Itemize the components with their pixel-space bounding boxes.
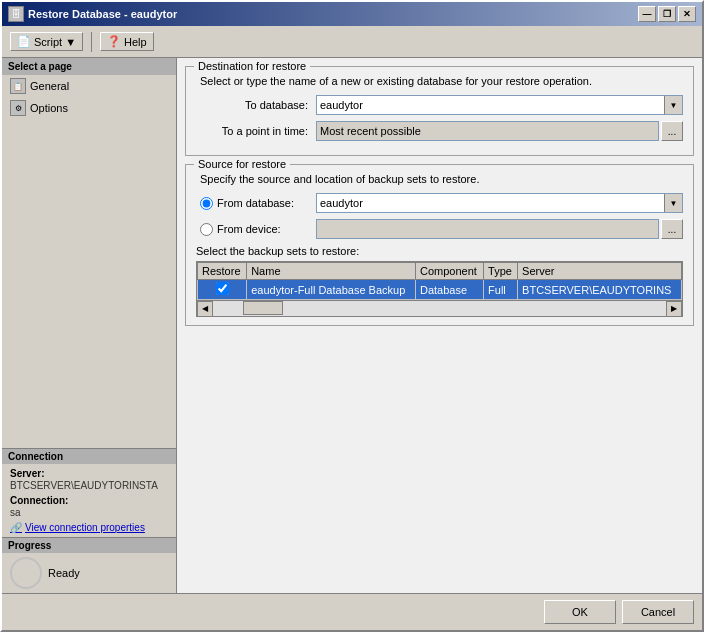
restore-checkbox-cell <box>198 280 247 300</box>
table-scroll[interactable]: Restore Name Component Type Server eaudy… <box>197 262 682 300</box>
scroll-right-btn[interactable]: ▶ <box>666 301 682 317</box>
to-point-dropdown[interactable]: Most recent possible <box>316 121 659 141</box>
server-value: BTCSERVER\EAUDYTORINSTA <box>10 480 168 491</box>
backup-sets-label: Select the backup sets to restore: <box>196 245 683 257</box>
bottom-bar: OK Cancel <box>2 593 702 630</box>
cancel-button[interactable]: Cancel <box>622 600 694 624</box>
col-name-cell: eaudytor-Full Database Backup <box>247 280 416 300</box>
connection-section: Connection Server: BTCSERVER\EAUDYTORINS… <box>2 448 176 537</box>
minimize-button[interactable]: — <box>638 6 656 22</box>
to-point-label: To a point in time: <box>196 125 316 137</box>
col-component: Component <box>415 263 483 280</box>
col-server: Server <box>518 263 682 280</box>
toolbar-separator <box>91 32 92 52</box>
from-database-row: From database: eaudytor ▼ <box>196 193 683 213</box>
from-device-label: From device: <box>217 223 281 235</box>
connection-header: Connection <box>2 449 176 464</box>
right-panel: Destination for restore Select or type t… <box>177 58 702 593</box>
source-title: Source for restore <box>194 158 290 170</box>
help-icon: ❓ <box>107 35 121 48</box>
close-button[interactable]: ✕ <box>678 6 696 22</box>
from-device-radio[interactable] <box>200 223 213 236</box>
destination-section: Destination for restore Select or type t… <box>185 66 694 156</box>
connection-value: sa <box>10 507 168 518</box>
scroll-thumb[interactable] <box>243 301 283 315</box>
title-bar-left: 🗄 Restore Database - eaudytor <box>8 6 177 22</box>
title-bar: 🗄 Restore Database - eaudytor — ❐ ✕ <box>2 2 702 26</box>
to-database-arrow[interactable]: ▼ <box>664 96 682 114</box>
from-device-dropdown[interactable] <box>316 219 659 239</box>
destination-desc: Select or type the name of a new or exis… <box>196 75 683 87</box>
from-database-dropdown[interactable]: eaudytor ▼ <box>316 193 683 213</box>
table-row[interactable]: eaudytor-Full Database BackupDatabaseFul… <box>198 280 682 300</box>
table-body: eaudytor-Full Database BackupDatabaseFul… <box>198 280 682 300</box>
to-database-label: To database: <box>196 99 316 111</box>
from-database-value: eaudytor <box>320 197 679 209</box>
scroll-left-btn[interactable]: ◀ <box>197 301 213 317</box>
from-device-row: From device: ... <box>196 219 683 239</box>
from-device-browse-btn[interactable]: ... <box>661 219 683 239</box>
script-button[interactable]: 📄 Script ▼ <box>10 32 83 51</box>
script-label: Script <box>34 36 62 48</box>
options-label: Options <box>30 102 68 114</box>
from-database-label: From database: <box>217 197 294 209</box>
main-content: Select a page 📋 General ⚙ Options Connec… <box>2 58 702 593</box>
col-component-cell: Database <box>415 280 483 300</box>
col-server-cell: BTCSERVER\EAUDYTORINS <box>518 280 682 300</box>
progress-status: Ready <box>48 567 80 579</box>
progress-row: Ready <box>2 553 176 593</box>
view-connection-label: View connection properties <box>25 522 145 533</box>
help-button[interactable]: ❓ Help <box>100 32 154 51</box>
backup-table: Restore Name Component Type Server eaudy… <box>197 262 682 300</box>
server-label: Server: <box>10 468 168 479</box>
to-point-value: Most recent possible <box>320 125 655 137</box>
horizontal-scrollbar[interactable]: ◀ ▶ <box>197 300 682 316</box>
progress-header: Progress <box>2 538 176 553</box>
scroll-track[interactable] <box>213 301 666 316</box>
main-window: 🗄 Restore Database - eaudytor — ❐ ✕ 📄 Sc… <box>0 0 704 632</box>
link-icon: 🔗 <box>10 522 22 533</box>
general-label: General <box>30 80 69 92</box>
from-database-radio[interactable] <box>200 197 213 210</box>
script-arrow: ▼ <box>65 36 76 48</box>
to-point-browse-btn[interactable]: ... <box>661 121 683 141</box>
general-icon: 📋 <box>10 78 26 94</box>
sidebar-item-options[interactable]: ⚙ Options <box>2 97 176 119</box>
progress-icon <box>10 557 42 589</box>
table-header: Restore Name Component Type Server <box>198 263 682 280</box>
backup-sets-container: Select the backup sets to restore: Resto… <box>196 245 683 317</box>
to-database-dropdown[interactable]: eaudytor ▼ <box>316 95 683 115</box>
title-buttons: — ❐ ✕ <box>638 6 696 22</box>
to-point-row: To a point in time: Most recent possible… <box>196 121 683 141</box>
from-database-radio-label: From database: <box>196 197 316 210</box>
restore-button[interactable]: ❐ <box>658 6 676 22</box>
source-desc: Specify the source and location of backu… <box>196 173 683 185</box>
script-icon: 📄 <box>17 35 31 48</box>
sidebar: Select a page 📋 General ⚙ Options Connec… <box>2 58 177 593</box>
from-database-arrow[interactable]: ▼ <box>664 194 682 212</box>
to-database-value: eaudytor <box>320 99 679 111</box>
col-type-cell: Full <box>484 280 518 300</box>
col-name: Name <box>247 263 416 280</box>
ok-button[interactable]: OK <box>544 600 616 624</box>
header-row: Restore Name Component Type Server <box>198 263 682 280</box>
col-type: Type <box>484 263 518 280</box>
window-icon: 🗄 <box>8 6 24 22</box>
toolbar: 📄 Script ▼ ❓ Help <box>2 26 702 58</box>
restore-checkbox[interactable] <box>216 282 229 295</box>
source-section: Source for restore Specify the source an… <box>185 164 694 326</box>
connection-label: Connection: <box>10 495 168 506</box>
window-title: Restore Database - eaudytor <box>28 8 177 20</box>
help-label: Help <box>124 36 147 48</box>
destination-title: Destination for restore <box>194 60 310 72</box>
from-device-radio-label: From device: <box>196 223 316 236</box>
view-connection-link[interactable]: 🔗 View connection properties <box>10 522 168 533</box>
select-page-title: Select a page <box>2 58 176 75</box>
backup-table-container: Restore Name Component Type Server eaudy… <box>196 261 683 317</box>
sidebar-item-general[interactable]: 📋 General <box>2 75 176 97</box>
connection-content: Server: BTCSERVER\EAUDYTORINSTA Connecti… <box>2 464 176 537</box>
options-icon: ⚙ <box>10 100 26 116</box>
progress-section: Progress Ready <box>2 537 176 593</box>
to-database-row: To database: eaudytor ▼ <box>196 95 683 115</box>
col-restore: Restore <box>198 263 247 280</box>
